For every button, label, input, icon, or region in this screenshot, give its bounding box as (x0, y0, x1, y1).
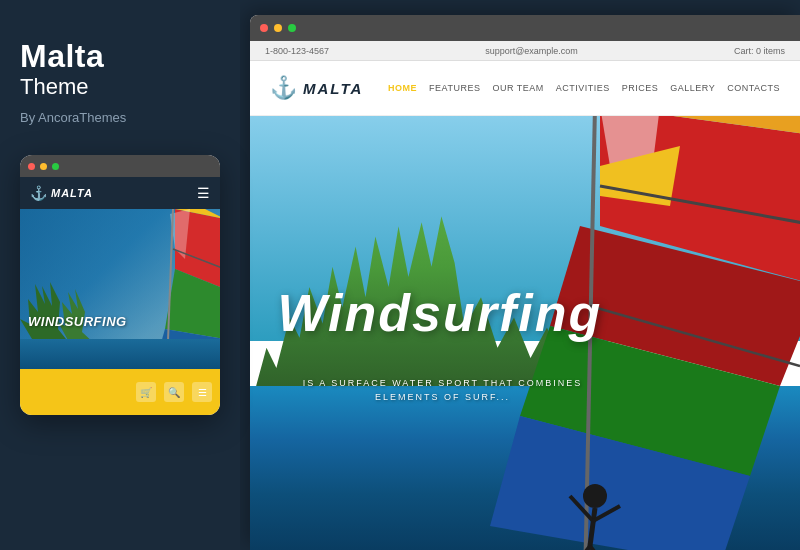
mobile-dot-yellow (40, 163, 47, 170)
desktop-logo-text: MALTA (303, 80, 363, 97)
svg-line-21 (575, 546, 590, 550)
mobile-logo: ⚓ MALTA (30, 185, 93, 201)
mobile-hamburger-icon[interactable]: ☰ (197, 185, 210, 201)
nav-home[interactable]: HOME (388, 83, 417, 93)
brand-subtitle: Theme (20, 74, 88, 100)
nav-gallery[interactable]: GALLERY (670, 83, 715, 93)
mobile-yellow-section: 🛒 🔍 ☰ (20, 369, 220, 415)
left-panel: Malta Theme By AncoraThemes ⚓ MALTA ☰ (0, 0, 240, 550)
svg-point-19 (583, 484, 607, 508)
mobile-dot-red (28, 163, 35, 170)
mobile-search-icon[interactable]: 🔍 (164, 382, 184, 402)
desktop-logo-icon: ⚓ (270, 75, 297, 101)
nav-our-team[interactable]: OUR TEAM (492, 83, 543, 93)
mobile-logo-icon: ⚓ (30, 185, 47, 201)
nav-features[interactable]: FEATURES (429, 83, 480, 93)
mobile-dot-green (52, 163, 59, 170)
desktop-logo: ⚓ MALTA (270, 75, 363, 101)
svg-line-22 (590, 546, 605, 550)
nav-activities[interactable]: ACTIVITIES (556, 83, 610, 93)
svg-marker-7 (20, 282, 70, 344)
desktop-top-bar (250, 15, 800, 41)
brand-author: By AncoraThemes (20, 110, 126, 125)
phone-info: 1-800-123-4567 (265, 46, 329, 56)
desktop-nav-links: HOME FEATURES OUR TEAM ACTIVITIES PRICES… (388, 83, 780, 93)
email-info: support@example.com (485, 46, 578, 56)
right-panel: 1-800-123-4567 support@example.com Cart:… (240, 0, 800, 550)
desktop-hero-subtitle: IS A SURFACE WATER SPORT THAT COMBINES E… (278, 377, 608, 404)
mobile-logo-text: MALTA (51, 187, 93, 199)
cart-info: Cart: 0 items (734, 46, 785, 56)
desktop-dot-yellow (274, 24, 282, 32)
desktop-nav: ⚓ MALTA HOME FEATURES OUR TEAM ACTIVITIE… (250, 61, 800, 116)
mobile-nav: ⚓ MALTA ☰ (20, 177, 220, 209)
desktop-hero: Windsurfing IS A SURFACE WATER SPORT THA… (250, 116, 800, 550)
mobile-trees-svg (20, 274, 120, 344)
desktop-hero-title: Windsurfing (278, 287, 603, 339)
mobile-preview: ⚓ MALTA ☰ (20, 155, 220, 415)
mobile-water (20, 339, 220, 369)
desktop-info-bar: 1-800-123-4567 support@example.com Cart:… (250, 41, 800, 61)
nav-prices[interactable]: PRICES (622, 83, 659, 93)
nav-contacts[interactable]: CONTACTS (727, 83, 780, 93)
mobile-cart-icon[interactable]: 🛒 (136, 382, 156, 402)
brand-title: Malta (20, 40, 104, 72)
mobile-hero: Windsurfing (20, 209, 220, 369)
desktop-dot-red (260, 24, 268, 32)
desktop-dot-green (288, 24, 296, 32)
mobile-windsurfing-text: Windsurfing (28, 314, 127, 329)
mobile-menu-icon[interactable]: ☰ (192, 382, 212, 402)
mobile-top-bar (20, 155, 220, 177)
desktop-preview: 1-800-123-4567 support@example.com Cart:… (250, 15, 800, 550)
